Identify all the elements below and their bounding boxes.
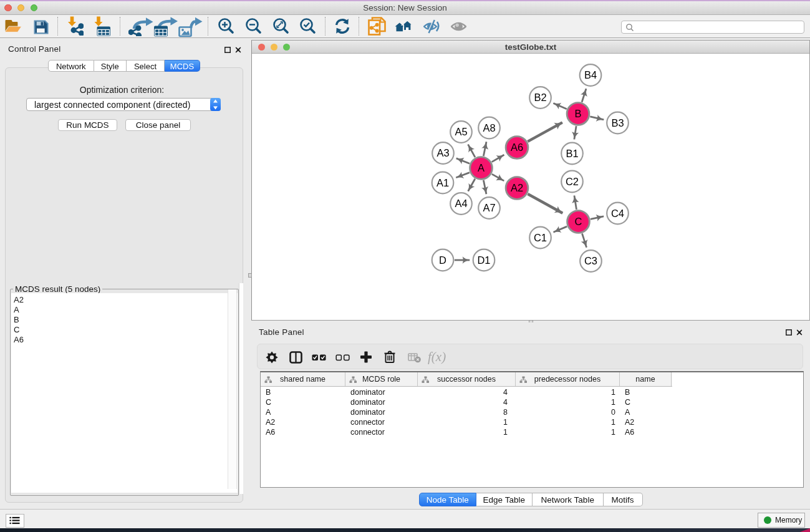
svg-text:B3: B3 [611,117,624,128]
svg-text:C4: C4 [611,208,624,219]
svg-text:A4: A4 [455,198,467,209]
svg-text:A3: A3 [436,147,449,158]
svg-text:A: A [478,162,485,173]
svg-text:C1: C1 [534,232,547,243]
svg-text:A5: A5 [455,126,467,137]
svg-text:A1: A1 [436,177,449,188]
svg-text:C3: C3 [584,255,597,266]
svg-text:A2: A2 [511,182,523,193]
svg-text:B1: B1 [566,148,578,159]
svg-text:D: D [439,254,446,266]
svg-text:D1: D1 [477,254,490,266]
svg-text:B4: B4 [584,69,597,80]
svg-text:A6: A6 [511,142,523,153]
svg-text:A7: A7 [483,202,495,213]
svg-text:B2: B2 [534,92,546,103]
svg-text:C: C [575,216,582,227]
svg-text:B: B [574,108,581,119]
svg-text:C2: C2 [566,176,579,187]
svg-text:A8: A8 [483,122,495,133]
